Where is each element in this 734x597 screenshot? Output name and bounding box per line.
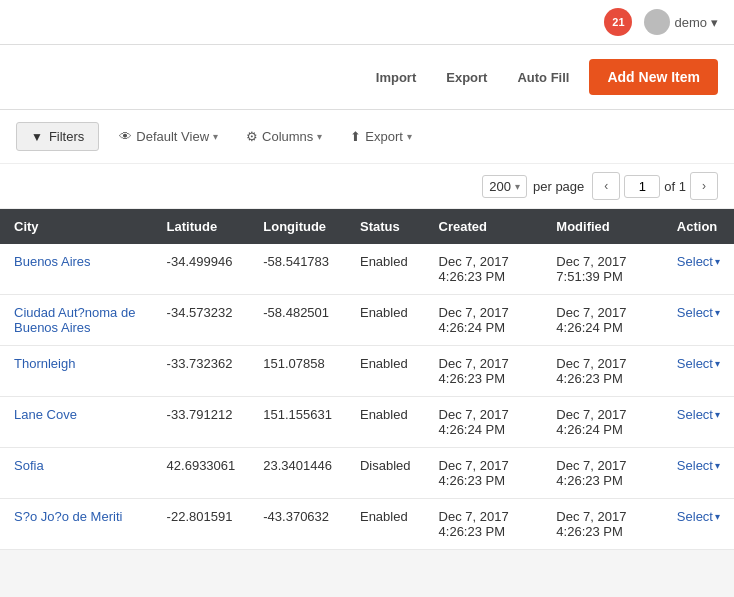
filter-icon: ▼	[31, 130, 43, 144]
action-select-link[interactable]: Select ▾	[677, 356, 720, 371]
cell-longitude: 151.07858	[249, 346, 346, 397]
import-button[interactable]: Import	[366, 64, 426, 91]
cell-action: Select ▾	[663, 448, 734, 499]
per-page-dropdown[interactable]: 200 ▾	[482, 175, 527, 198]
per-page-label: per page	[533, 179, 584, 194]
export-bar-label: Export	[365, 129, 403, 144]
action-select-link[interactable]: Select ▾	[677, 458, 720, 473]
per-page-value: 200	[489, 179, 511, 194]
gear-icon: ⚙	[246, 129, 258, 144]
export-button[interactable]: Export	[436, 64, 497, 91]
autofill-button[interactable]: Auto Fill	[507, 64, 579, 91]
cell-latitude: -22.801591	[153, 499, 250, 550]
select-caret-icon: ▾	[715, 307, 720, 318]
table-header-row: City Latitude Longitude Status Created M…	[0, 209, 734, 244]
cell-longitude: 23.3401446	[249, 448, 346, 499]
cell-created: Dec 7, 2017 4:26:23 PM	[425, 244, 543, 295]
cell-latitude: -34.499946	[153, 244, 250, 295]
cell-city: S?o Jo?o de Meriti	[0, 499, 153, 550]
filters-label: Filters	[49, 129, 84, 144]
cell-action: Select ▾	[663, 244, 734, 295]
data-table-container: City Latitude Longitude Status Created M…	[0, 209, 734, 550]
per-page-selector: 200 ▾ per page	[482, 175, 584, 198]
cell-city: Thornleigh	[0, 346, 153, 397]
notification-badge[interactable]: 21	[604, 8, 632, 36]
select-caret-icon: ▾	[715, 511, 720, 522]
cell-created: Dec 7, 2017 4:26:23 PM	[425, 346, 543, 397]
cell-city: Sofia	[0, 448, 153, 499]
export-caret-icon: ▾	[407, 131, 412, 142]
cell-latitude: -33.732362	[153, 346, 250, 397]
cell-latitude: -34.573232	[153, 295, 250, 346]
select-caret-icon: ▾	[715, 358, 720, 369]
prev-page-button[interactable]: ‹	[592, 172, 620, 200]
add-new-item-button[interactable]: Add New Item	[589, 59, 718, 95]
select-caret-icon: ▾	[715, 409, 720, 420]
action-select-link[interactable]: Select ▾	[677, 407, 720, 422]
action-select-link[interactable]: Select ▾	[677, 254, 720, 269]
table-row: Ciudad Aut?noma de Buenos Aires -34.5732…	[0, 295, 734, 346]
upload-icon: ⬆	[350, 129, 361, 144]
cell-status: Enabled	[346, 499, 425, 550]
notification-area[interactable]: 21	[604, 8, 632, 36]
filters-button[interactable]: ▼ Filters	[16, 122, 99, 151]
table-row: Thornleigh -33.732362 151.07858 Enabled …	[0, 346, 734, 397]
col-longitude: Longitude	[249, 209, 346, 244]
columns-button[interactable]: ⚙ Columns ▾	[238, 124, 330, 149]
cell-longitude: -58.541783	[249, 244, 346, 295]
cell-city: Buenos Aires	[0, 244, 153, 295]
filter-bar: ▼ Filters 👁 Default View ▾ ⚙ Columns ▾ ⬆…	[0, 110, 734, 164]
col-modified: Modified	[542, 209, 663, 244]
col-city: City	[0, 209, 153, 244]
col-status: Status	[346, 209, 425, 244]
cell-status: Disabled	[346, 448, 425, 499]
table-row: Lane Cove -33.791212 151.155631 Enabled …	[0, 397, 734, 448]
export-bar-button[interactable]: ⬆ Export ▾	[342, 124, 420, 149]
eye-icon: 👁	[119, 129, 132, 144]
next-page-button[interactable]: ›	[690, 172, 718, 200]
cell-modified: Dec 7, 2017 7:51:39 PM	[542, 244, 663, 295]
cell-status: Enabled	[346, 397, 425, 448]
columns-label: Columns	[262, 129, 313, 144]
cell-latitude: -33.791212	[153, 397, 250, 448]
view-caret-icon: ▾	[213, 131, 218, 142]
cell-status: Enabled	[346, 346, 425, 397]
user-menu[interactable]: demo ▾	[644, 9, 718, 35]
cell-modified: Dec 7, 2017 4:26:24 PM	[542, 397, 663, 448]
cell-action: Select ▾	[663, 397, 734, 448]
cell-created: Dec 7, 2017 4:26:24 PM	[425, 295, 543, 346]
default-view-label: Default View	[136, 129, 209, 144]
user-caret-icon: ▾	[711, 15, 718, 30]
action-select-link[interactable]: Select ▾	[677, 509, 720, 524]
top-bar: 21 demo ▾	[0, 0, 734, 45]
table-row: Sofia 42.6933061 23.3401446 Disabled Dec…	[0, 448, 734, 499]
action-select-link[interactable]: Select ▾	[677, 305, 720, 320]
current-page-input[interactable]	[624, 175, 660, 198]
cell-city: Lane Cove	[0, 397, 153, 448]
user-label: demo	[674, 15, 707, 30]
cell-modified: Dec 7, 2017 4:26:23 PM	[542, 346, 663, 397]
default-view-button[interactable]: 👁 Default View ▾	[111, 124, 226, 149]
col-created: Created	[425, 209, 543, 244]
col-latitude: Latitude	[153, 209, 250, 244]
pagination-bar: 200 ▾ per page ‹ of 1 ›	[0, 164, 734, 209]
cell-longitude: 151.155631	[249, 397, 346, 448]
cell-longitude: -43.370632	[249, 499, 346, 550]
select-caret-icon: ▾	[715, 460, 720, 471]
cell-city: Ciudad Aut?noma de Buenos Aires	[0, 295, 153, 346]
cell-created: Dec 7, 2017 4:26:23 PM	[425, 448, 543, 499]
cell-modified: Dec 7, 2017 4:26:23 PM	[542, 448, 663, 499]
select-caret-icon: ▾	[715, 256, 720, 267]
cell-created: Dec 7, 2017 4:26:23 PM	[425, 499, 543, 550]
toolbar: Import Export Auto Fill Add New Item	[0, 45, 734, 110]
cell-status: Enabled	[346, 295, 425, 346]
col-action: Action	[663, 209, 734, 244]
cell-modified: Dec 7, 2017 4:26:24 PM	[542, 295, 663, 346]
table-row: S?o Jo?o de Meriti -22.801591 -43.370632…	[0, 499, 734, 550]
columns-caret-icon: ▾	[317, 131, 322, 142]
cell-action: Select ▾	[663, 346, 734, 397]
cell-latitude: 42.6933061	[153, 448, 250, 499]
table-row: Buenos Aires -34.499946 -58.541783 Enabl…	[0, 244, 734, 295]
page-navigation: ‹ of 1 ›	[592, 172, 718, 200]
cell-status: Enabled	[346, 244, 425, 295]
